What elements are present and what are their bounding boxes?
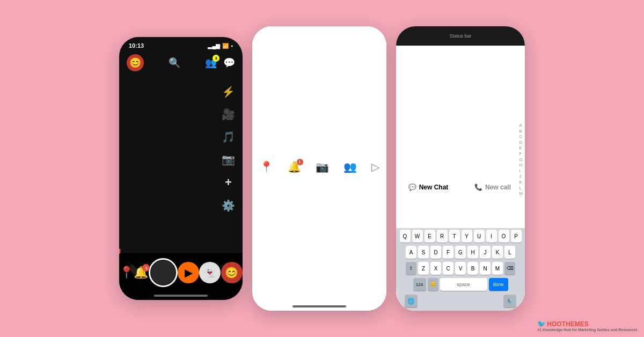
phone1-top-bar: 😊 🔍 👥 3 💬 (119, 52, 243, 76)
key-z[interactable]: Z (418, 262, 429, 275)
new-chat-icon: 💬 (408, 184, 416, 191)
add-icon[interactable]: + (225, 175, 232, 189)
phone1-side-icons: ⚡ 🎥 🎵 📷 + ⚙️ (222, 85, 235, 212)
ghost-btn[interactable]: 👻 (199, 262, 221, 283)
phone-1: 10:13 ▂▄▆ 📶 ▪ 😊 🔍 👥 3 💬 ⚡ 🎥 🎵 📷 (119, 37, 243, 300)
friends-nav2-icon[interactable]: 👥 (343, 160, 357, 173)
video-icon[interactable]: 🎥 (222, 108, 235, 121)
phone3-top-bar: Status bar (396, 26, 525, 46)
flash-icon[interactable]: ⚡ (222, 85, 235, 98)
alphabet-sidebar: A B C D E F G H I J K L M (519, 123, 523, 196)
settings-icon[interactable]: ⚙️ (222, 199, 235, 212)
mic-key[interactable]: 🎙️ (503, 295, 516, 307)
key-t[interactable]: T (449, 230, 460, 243)
record-btn[interactable]: ▶ (178, 262, 199, 283)
key-l[interactable]: L (504, 246, 515, 259)
phone-2: 10:14 ▂▄▆ 📶 🔋 😊 Chat 👥 3 ••• 🔒 Help sec (252, 26, 386, 311)
phone-3: Status bar 💬 New Chat 📞 New call To: 👥 N… (396, 26, 525, 311)
key-e[interactable]: E (425, 230, 435, 243)
num-key[interactable]: 123 (413, 278, 426, 291)
space-key[interactable]: space (440, 278, 487, 291)
key-a[interactable]: A (406, 246, 416, 259)
key-g[interactable]: G (455, 246, 466, 259)
key-m[interactable]: M (492, 262, 503, 275)
keyboard: Q W E R T Y U I O P A S D F G H J K L (396, 228, 525, 311)
home-indicator (154, 295, 208, 297)
backspace-key[interactable]: ⌫ (504, 262, 515, 275)
key-q[interactable]: Q (400, 230, 411, 243)
key-p[interactable]: P (511, 230, 522, 243)
key-i[interactable]: I (486, 230, 497, 243)
phone1-right-icons: 👥 3 💬 (205, 57, 235, 69)
globe-key[interactable]: 🌐 (405, 295, 418, 307)
done-key[interactable]: done (489, 278, 508, 291)
brand-name: HOOTHEMES (547, 320, 588, 328)
key-k[interactable]: K (492, 246, 503, 259)
kb-row-3: ⇧ Z X C V B N M ⌫ (396, 260, 525, 276)
battery-icon: ▪ (231, 43, 233, 49)
user-avatar-btn[interactable]: 😊 (221, 262, 243, 283)
watermark: 🐦 HOOTHEMES #1 Knowledge Hub for Marketi… (537, 320, 638, 332)
signal-icon: ▂▄▆ (208, 43, 220, 49)
kb-row-2: A S D F G H J K L (396, 244, 525, 260)
shift-key[interactable]: ⇧ (406, 262, 416, 275)
wifi-icon: 📶 (222, 43, 229, 49)
key-f[interactable]: F (443, 246, 453, 259)
key-r[interactable]: R (437, 230, 448, 243)
key-j[interactable]: J (480, 246, 491, 259)
phone2-bottom-nav: 📍 🔔 1 📷 👥 ▷ (252, 26, 386, 311)
friend-badge: 3 (213, 55, 219, 62)
music-icon[interactable]: 🎵 (222, 130, 235, 143)
key-d[interactable]: D (430, 246, 441, 259)
chat-icon[interactable]: 💬 (223, 57, 235, 69)
key-s[interactable]: S (418, 246, 429, 259)
red-arrow-1: ➜ (119, 244, 125, 260)
map-nav-icon[interactable]: 📍 (119, 266, 134, 280)
emoji-key[interactable]: 😊 (428, 278, 438, 291)
home-indicator-2 (292, 305, 346, 307)
camera-shutter-btn[interactable] (149, 258, 178, 287)
phone1-status-bar: 10:13 ▂▄▆ 📶 ▪ (119, 37, 243, 52)
avatar[interactable]: 😊 (127, 54, 144, 71)
phone1-bottom-nav: ➜ 📍 🔔 1 ▶ 👻 😊 (119, 252, 243, 300)
key-v[interactable]: V (455, 262, 466, 275)
add-friend-icon[interactable]: 👥 3 (205, 57, 217, 69)
phone-icon: 📞 (474, 184, 482, 191)
brand-sub: #1 Knowledge Hub for Marketing Guides an… (537, 328, 638, 332)
brand-icon: 🐦 (537, 320, 546, 328)
search-icon[interactable]: 🔍 (169, 57, 180, 69)
kb-row-1: Q W E R T Y U I O P (396, 228, 525, 244)
camera-icon[interactable]: 📷 (222, 153, 235, 166)
key-x[interactable]: X (430, 262, 441, 275)
key-n[interactable]: N (480, 262, 491, 275)
key-h[interactable]: H (467, 246, 478, 259)
map-nav2-icon[interactable]: 📍 (260, 160, 273, 173)
discover-nav2-icon[interactable]: ▷ (371, 160, 379, 173)
cam-nav2-icon[interactable]: 📷 (316, 160, 329, 173)
kb-row-4: 123 😊 space done (396, 276, 525, 292)
key-c[interactable]: C (443, 262, 453, 275)
key-o[interactable]: O (499, 230, 509, 243)
new-call-label: New call (485, 184, 511, 191)
phone1-status-icons: ▂▄▆ 📶 ▪ (208, 43, 233, 49)
notif-badge2: 1 (297, 159, 303, 165)
phone1-time: 10:13 (129, 42, 144, 49)
key-b[interactable]: B (467, 262, 478, 275)
key-u[interactable]: U (474, 230, 485, 243)
new-chat-label: New Chat (419, 184, 449, 191)
key-y[interactable]: Y (462, 230, 472, 243)
key-w[interactable]: W (412, 230, 423, 243)
